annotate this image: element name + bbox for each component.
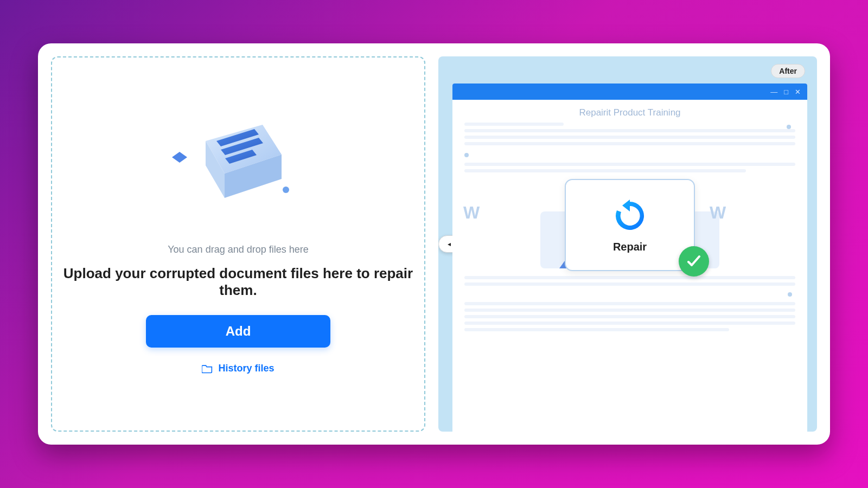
text-placeholder	[464, 136, 795, 139]
svg-point-6	[283, 187, 289, 193]
text-placeholder	[464, 302, 795, 305]
bullet-icon	[464, 153, 469, 157]
repair-popup: Repair	[565, 179, 695, 271]
history-files-link[interactable]: History files	[202, 363, 274, 374]
history-files-label: History files	[218, 363, 274, 374]
repair-label: Repair	[613, 241, 647, 253]
text-placeholder	[464, 322, 795, 325]
text-placeholder	[464, 169, 746, 172]
add-button[interactable]: Add	[146, 315, 330, 348]
upload-dropzone[interactable]: You can drag and drop files here Upload …	[51, 56, 425, 432]
repair-icon	[611, 197, 648, 234]
text-placeholder	[464, 328, 729, 331]
preview-panel: After ◂ ▸ — □ ✕ Repairit Product Trainin…	[438, 56, 817, 432]
word-mark-icon: W	[710, 203, 731, 224]
document-title: Repairit Product Training	[464, 107, 795, 118]
text-placeholder	[464, 276, 795, 279]
app-card: You can drag and drop files here Upload …	[38, 43, 830, 445]
upload-hint: You can drag and drop files here	[168, 244, 309, 255]
window-close-icon[interactable]: ✕	[795, 88, 801, 96]
slider-left-arrow-icon: ◂	[448, 240, 451, 248]
upload-illustration	[168, 103, 309, 222]
document-window: — □ ✕ Repairit Product Training W	[452, 84, 807, 432]
bullet-icon	[788, 292, 792, 297]
text-placeholder	[464, 142, 795, 145]
text-placeholder	[464, 129, 795, 132]
text-placeholder	[464, 163, 795, 166]
window-minimize-icon[interactable]: —	[770, 88, 777, 96]
text-placeholder	[464, 123, 564, 126]
bullet-icon	[787, 125, 791, 129]
after-badge: After	[771, 64, 805, 78]
word-mark-icon: W	[463, 203, 485, 224]
folder-icon	[202, 364, 213, 374]
text-placeholder	[464, 309, 795, 312]
window-maximize-icon[interactable]: □	[784, 88, 788, 96]
upload-headline: Upload your corrupted document files her…	[63, 265, 413, 299]
document-titlebar: — □ ✕	[452, 84, 807, 100]
text-placeholder	[464, 282, 795, 286]
success-check-icon	[679, 246, 709, 277]
text-placeholder	[464, 315, 795, 318]
